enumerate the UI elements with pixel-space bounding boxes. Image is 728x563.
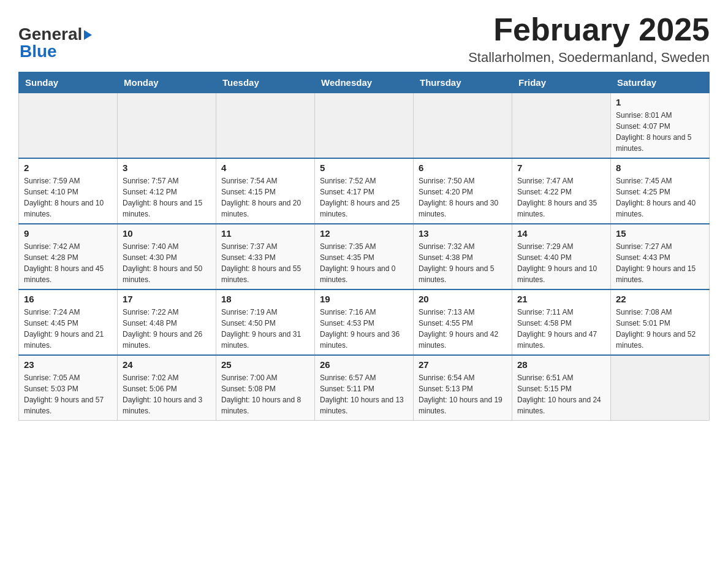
calendar-day-cell: 24Sunrise: 7:02 AMSunset: 5:06 PMDayligh… bbox=[118, 355, 216, 421]
calendar-day-cell: 5Sunrise: 7:52 AMSunset: 4:17 PMDaylight… bbox=[315, 158, 414, 224]
day-number: 17 bbox=[123, 294, 211, 304]
day-info: Sunrise: 7:52 AMSunset: 4:17 PMDaylight:… bbox=[320, 175, 408, 220]
day-number: 8 bbox=[616, 163, 704, 173]
day-info: Sunrise: 7:19 AMSunset: 4:50 PMDaylight:… bbox=[221, 307, 309, 351]
day-number: 15 bbox=[616, 228, 704, 239]
calendar-day-cell: 21Sunrise: 7:11 AMSunset: 4:58 PMDayligh… bbox=[512, 289, 611, 355]
day-info: Sunrise: 7:57 AMSunset: 4:12 PMDaylight:… bbox=[123, 175, 211, 220]
day-info: Sunrise: 7:45 AMSunset: 4:25 PMDaylight:… bbox=[616, 175, 704, 220]
day-number: 19 bbox=[320, 294, 408, 304]
day-info: Sunrise: 7:24 AMSunset: 4:45 PMDaylight:… bbox=[24, 307, 112, 351]
calendar-day-cell bbox=[512, 93, 611, 159]
day-info: Sunrise: 6:54 AMSunset: 5:13 PMDaylight:… bbox=[419, 372, 507, 416]
calendar-day-cell: 13Sunrise: 7:32 AMSunset: 4:38 PMDayligh… bbox=[414, 224, 512, 289]
calendar-day-cell bbox=[414, 93, 512, 159]
location-title: Stallarholmen, Soedermanland, Sweden bbox=[468, 50, 710, 66]
calendar-day-cell: 28Sunrise: 6:51 AMSunset: 5:15 PMDayligh… bbox=[512, 355, 611, 421]
day-number: 9 bbox=[24, 228, 112, 239]
logo-triangle-icon bbox=[84, 30, 92, 40]
calendar-day-cell: 1Sunrise: 8:01 AMSunset: 4:07 PMDaylight… bbox=[611, 93, 710, 159]
logo: General Blue bbox=[18, 25, 92, 61]
day-number: 16 bbox=[24, 294, 112, 304]
day-number: 26 bbox=[320, 359, 408, 370]
day-number: 18 bbox=[221, 294, 309, 304]
day-number: 2 bbox=[24, 163, 112, 173]
day-info: Sunrise: 7:00 AMSunset: 5:08 PMDaylight:… bbox=[221, 372, 309, 416]
day-number: 13 bbox=[419, 228, 507, 239]
calendar-day-cell: 15Sunrise: 7:27 AMSunset: 4:43 PMDayligh… bbox=[611, 224, 710, 289]
day-number: 6 bbox=[419, 163, 507, 173]
title-section: February 2025 Stallarholmen, Soedermanla… bbox=[468, 12, 710, 66]
calendar-day-cell: 26Sunrise: 6:57 AMSunset: 5:11 PMDayligh… bbox=[315, 355, 414, 421]
calendar-day-cell: 19Sunrise: 7:16 AMSunset: 4:53 PMDayligh… bbox=[315, 289, 414, 355]
day-number: 5 bbox=[320, 163, 408, 173]
calendar-day-cell: 9Sunrise: 7:42 AMSunset: 4:28 PMDaylight… bbox=[19, 224, 118, 289]
calendar-day-cell bbox=[118, 93, 216, 159]
calendar-day-cell: 23Sunrise: 7:05 AMSunset: 5:03 PMDayligh… bbox=[19, 355, 118, 421]
header-sunday: Sunday bbox=[19, 72, 118, 93]
calendar-day-cell: 4Sunrise: 7:54 AMSunset: 4:15 PMDaylight… bbox=[216, 158, 315, 224]
calendar-day-cell: 14Sunrise: 7:29 AMSunset: 4:40 PMDayligh… bbox=[512, 224, 611, 289]
header-saturday: Saturday bbox=[611, 72, 710, 93]
calendar-day-cell: 10Sunrise: 7:40 AMSunset: 4:30 PMDayligh… bbox=[118, 224, 216, 289]
day-number: 1 bbox=[616, 97, 704, 107]
calendar-day-cell: 16Sunrise: 7:24 AMSunset: 4:45 PMDayligh… bbox=[19, 289, 118, 355]
day-number: 24 bbox=[123, 359, 211, 370]
day-number: 4 bbox=[221, 163, 309, 173]
day-info: Sunrise: 7:08 AMSunset: 5:01 PMDaylight:… bbox=[616, 307, 704, 351]
day-info: Sunrise: 6:51 AMSunset: 5:15 PMDaylight:… bbox=[517, 372, 605, 416]
day-number: 20 bbox=[419, 294, 507, 304]
calendar-day-cell bbox=[216, 93, 315, 159]
day-number: 14 bbox=[517, 228, 605, 239]
calendar-day-cell: 25Sunrise: 7:00 AMSunset: 5:08 PMDayligh… bbox=[216, 355, 315, 421]
calendar-day-cell: 27Sunrise: 6:54 AMSunset: 5:13 PMDayligh… bbox=[414, 355, 512, 421]
day-info: Sunrise: 7:11 AMSunset: 4:58 PMDaylight:… bbox=[517, 307, 605, 351]
header-friday: Friday bbox=[512, 72, 611, 93]
page-header: General Blue February 2025 Stallarholmen… bbox=[18, 12, 710, 66]
day-info: Sunrise: 7:42 AMSunset: 4:28 PMDaylight:… bbox=[24, 241, 112, 285]
header-wednesday: Wednesday bbox=[315, 72, 414, 93]
day-number: 11 bbox=[221, 228, 309, 239]
day-number: 7 bbox=[517, 163, 605, 173]
calendar-day-cell: 11Sunrise: 7:37 AMSunset: 4:33 PMDayligh… bbox=[216, 224, 315, 289]
calendar-day-cell: 2Sunrise: 7:59 AMSunset: 4:10 PMDaylight… bbox=[19, 158, 118, 224]
calendar-day-cell: 22Sunrise: 7:08 AMSunset: 5:01 PMDayligh… bbox=[611, 289, 710, 355]
day-info: Sunrise: 7:27 AMSunset: 4:43 PMDaylight:… bbox=[616, 241, 704, 285]
calendar-header-row: SundayMondayTuesdayWednesdayThursdayFrid… bbox=[19, 72, 710, 93]
day-info: Sunrise: 7:37 AMSunset: 4:33 PMDaylight:… bbox=[221, 241, 309, 285]
calendar-day-cell: 7Sunrise: 7:47 AMSunset: 4:22 PMDaylight… bbox=[512, 158, 611, 224]
day-info: Sunrise: 7:16 AMSunset: 4:53 PMDaylight:… bbox=[320, 307, 408, 351]
day-info: Sunrise: 7:13 AMSunset: 4:55 PMDaylight:… bbox=[419, 307, 507, 351]
day-info: Sunrise: 7:50 AMSunset: 4:20 PMDaylight:… bbox=[419, 175, 507, 220]
calendar-day-cell: 3Sunrise: 7:57 AMSunset: 4:12 PMDaylight… bbox=[118, 158, 216, 224]
calendar-day-cell: 12Sunrise: 7:35 AMSunset: 4:35 PMDayligh… bbox=[315, 224, 414, 289]
day-number: 28 bbox=[517, 359, 605, 370]
calendar-day-cell: 18Sunrise: 7:19 AMSunset: 4:50 PMDayligh… bbox=[216, 289, 315, 355]
day-info: Sunrise: 7:22 AMSunset: 4:48 PMDaylight:… bbox=[123, 307, 211, 351]
calendar-day-cell bbox=[19, 93, 118, 159]
day-info: Sunrise: 7:05 AMSunset: 5:03 PMDaylight:… bbox=[24, 372, 112, 416]
header-tuesday: Tuesday bbox=[216, 72, 315, 93]
calendar-day-cell: 6Sunrise: 7:50 AMSunset: 4:20 PMDaylight… bbox=[414, 158, 512, 224]
logo: General Blue bbox=[18, 18, 92, 61]
calendar-day-cell bbox=[611, 355, 710, 421]
day-info: Sunrise: 7:32 AMSunset: 4:38 PMDaylight:… bbox=[419, 241, 507, 285]
day-number: 21 bbox=[517, 294, 605, 304]
day-info: Sunrise: 7:35 AMSunset: 4:35 PMDaylight:… bbox=[320, 241, 408, 285]
day-number: 10 bbox=[123, 228, 211, 239]
day-number: 12 bbox=[320, 228, 408, 239]
day-info: Sunrise: 7:54 AMSunset: 4:15 PMDaylight:… bbox=[221, 175, 309, 220]
day-info: Sunrise: 8:01 AMSunset: 4:07 PMDaylight:… bbox=[616, 110, 704, 154]
calendar-table: SundayMondayTuesdayWednesdayThursdayFrid… bbox=[18, 72, 710, 421]
day-number: 23 bbox=[24, 359, 112, 370]
header-monday: Monday bbox=[118, 72, 216, 93]
day-number: 27 bbox=[419, 359, 507, 370]
logo-blue: Blue bbox=[20, 42, 57, 61]
day-info: Sunrise: 7:02 AMSunset: 5:06 PMDaylight:… bbox=[123, 372, 211, 416]
day-info: Sunrise: 7:59 AMSunset: 4:10 PMDaylight:… bbox=[24, 175, 112, 220]
header-thursday: Thursday bbox=[414, 72, 512, 93]
month-title: February 2025 bbox=[468, 12, 710, 47]
day-info: Sunrise: 7:40 AMSunset: 4:30 PMDaylight:… bbox=[123, 241, 211, 285]
calendar-day-cell: 8Sunrise: 7:45 AMSunset: 4:25 PMDaylight… bbox=[611, 158, 710, 224]
day-info: Sunrise: 7:29 AMSunset: 4:40 PMDaylight:… bbox=[517, 241, 605, 285]
